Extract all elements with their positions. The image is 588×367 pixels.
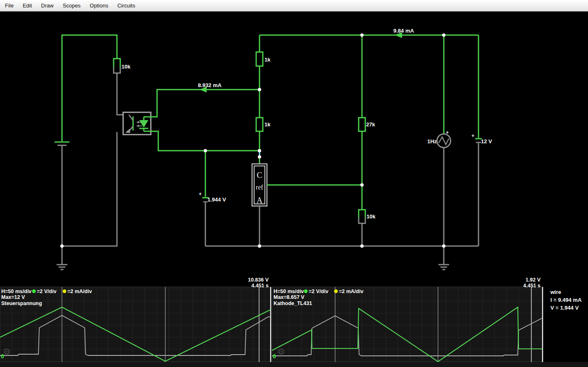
resistor-1k-mid-label: 1k [264, 121, 271, 128]
circuit-canvas[interactable]: C ref A [0, 12, 588, 367]
scope-hdiv-label: H=50 ms/div [274, 289, 304, 294]
cursor-time-readout: 4.451 s [523, 283, 540, 289]
info-element-name: wire [550, 289, 561, 295]
current-top-label: 9.84 mA [393, 28, 414, 34]
plus-sign: + [199, 191, 202, 197]
menu-bar: File Edit Draw Scopes Options Circuits [0, 0, 588, 12]
ac-frequency-label: 1Hz [427, 138, 437, 144]
scope-right[interactable]: H=50 ms/div =2 V/div =2 mA/div Max=8.657… [272, 277, 543, 362]
menu-scopes[interactable]: Scopes [63, 2, 81, 9]
scope-idiv-label: =2 mA/div [67, 289, 92, 294]
scope-idiv-label: =2 mA/div [339, 289, 363, 294]
ac-voltage-source[interactable] [437, 134, 451, 148]
cursor-voltage-readout: 1.92 V [526, 277, 541, 283]
supply-voltage-label: 12 V [481, 138, 492, 144]
scope-hdiv-label: H=50 ms/div [1, 289, 31, 294]
menu-options[interactable]: Options [90, 2, 108, 9]
info-voltage-value: V = 1.944 V [550, 305, 579, 311]
menu-circuits[interactable]: Circuits [117, 2, 135, 9]
scope-vdiv-label: =2 V/div [37, 289, 57, 294]
menu-file[interactable]: File [5, 2, 14, 9]
channel-green-dot-icon [32, 289, 36, 293]
scope-left[interactable]: H=50 ms/div =2 V/div =2 mA/div Max=12 V … [0, 277, 271, 362]
resistor-27k-label: 27k [366, 121, 375, 128]
scope-zero-label: 0 [273, 353, 276, 360]
scope-name-label: Kathode_TL431 [274, 301, 312, 306]
tl431-ref-label: ref [256, 184, 263, 191]
cursor-time-readout: 4.451 s [251, 283, 269, 289]
scope-max-label: Max=8.657 V [274, 294, 305, 300]
scope-name-label: Steuerspannung [1, 301, 42, 306]
bottom-strip [0, 362, 588, 367]
plus-sign: + [446, 130, 449, 135]
aux-voltage-label: 1.944 V [207, 197, 226, 203]
menu-draw[interactable]: Draw [41, 2, 53, 9]
info-current-value: I = 9.494 mA [550, 297, 582, 303]
circuitjs-window: File Edit Draw Scopes Options Circuits [0, 0, 588, 367]
schematic-svg: C ref A [0, 12, 588, 367]
channel-yellow-dot-icon [334, 289, 338, 293]
resistor-10k-left-label: 10k [121, 64, 131, 70]
gear-icon[interactable]: ⚙ [277, 347, 285, 356]
gear-icon[interactable]: ⚙ [3, 347, 11, 356]
resistor-1k-top-label: 1k [264, 57, 271, 63]
scope-vdiv-label: =2 V/div [309, 289, 329, 294]
scope-max-label: Max=12 V [1, 294, 25, 300]
plus-sign: + [471, 133, 474, 139]
tl431[interactable]: C ref A [252, 164, 267, 206]
tl431-anode-label: A [257, 196, 263, 205]
current-mid-label: 8.932 mA [198, 82, 222, 88]
channel-yellow-dot-icon [63, 289, 67, 293]
menu-edit[interactable]: Edit [23, 2, 32, 9]
cursor-voltage-readout: 10.836 V [248, 277, 269, 283]
resistor-10k-right-label: 10k [367, 213, 376, 220]
tl431-cathode-label: C [257, 170, 262, 180]
channel-green-dot-icon [304, 289, 308, 293]
